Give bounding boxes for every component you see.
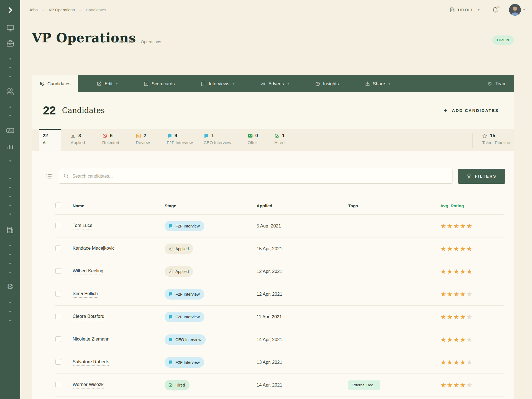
nav-dot[interactable]: [9, 204, 11, 206]
search-input[interactable]: [59, 169, 452, 184]
applied-date: 11 Apr, 2021: [257, 314, 348, 319]
talent-pipeline-filter[interactable]: 15 Talent Pipeline: [482, 129, 510, 151]
candidate-name-link[interactable]: Sima Pollich: [73, 291, 98, 298]
breadcrumb-vp-operations[interactable]: VP Operations: [49, 8, 75, 12]
nav-dot[interactable]: [9, 106, 11, 108]
header-avg-rating[interactable]: Avg. Rating↓: [440, 203, 504, 208]
row-checkbox[interactable]: [55, 268, 61, 274]
stage-count: 15: [490, 133, 495, 139]
nav-dot[interactable]: [9, 320, 11, 321]
nav-dot[interactable]: [9, 302, 11, 303]
tab-candidates[interactable]: Candidates: [32, 75, 78, 92]
tab-scorecards[interactable]: Scorecards: [136, 75, 182, 92]
stage-filter-review[interactable]: 2 Review: [136, 129, 150, 151]
nav-dot[interactable]: [9, 254, 11, 255]
candidates-icon[interactable]: [0, 87, 20, 96]
nav-dot[interactable]: [9, 272, 11, 273]
table-row: Kandace Macejkovic Applied 15 Apr, 2021 …: [55, 237, 504, 260]
stage-label: Applied: [71, 140, 85, 145]
candidate-name-link[interactable]: Tom Luce: [73, 223, 93, 229]
stage-filter-offer[interactable]: 0 Offer: [248, 129, 258, 151]
chat-icon: [168, 292, 173, 296]
company-icon: [449, 7, 455, 13]
header-applied[interactable]: Applied: [257, 203, 348, 208]
row-checkbox[interactable]: [55, 245, 61, 251]
table-row: Werner Wisozk Hired 14 Apr, 2021 Externa…: [55, 374, 504, 397]
nav-dot[interactable]: [9, 187, 11, 188]
company-icon[interactable]: [0, 226, 20, 234]
user-avatar[interactable]: [509, 4, 521, 16]
stage-filter-f2f-interview[interactable]: 9 F2F Interview: [167, 129, 193, 151]
nav-dot[interactable]: [9, 115, 11, 116]
breadcrumb-jobs[interactable]: Jobs: [29, 8, 38, 12]
nav-dot[interactable]: [9, 76, 11, 77]
candidate-name-link[interactable]: Nicolette Ziemann: [73, 336, 109, 343]
tab-adverts[interactable]: Ad Adverts ▾: [253, 75, 296, 92]
nav-dot[interactable]: [9, 263, 11, 264]
table-row: Nicolette Ziemann CEO Interview 14 Apr, …: [55, 328, 504, 351]
nav-dot[interactable]: [9, 67, 11, 68]
stage-filter-hired[interactable]: 1 Hired: [274, 129, 285, 151]
page-head: VP Operations London, UK • Operations OP…: [20, 20, 532, 75]
row-checkbox[interactable]: [55, 223, 61, 228]
gear-icon: ⚙: [487, 81, 493, 86]
table-row: Wilbert Keeling Applied 12 Apr, 2021 ★★★…: [55, 260, 504, 283]
export-icon: [365, 81, 370, 86]
nav-dot[interactable]: [9, 178, 11, 179]
tab-edit[interactable]: Edit ▾: [89, 75, 125, 92]
header-stage[interactable]: Stage: [165, 203, 257, 208]
candidate-name-link[interactable]: Werner Wisozk: [73, 382, 104, 388]
header-name[interactable]: Name: [73, 203, 165, 208]
tab-team[interactable]: ⚙ Team: [480, 75, 514, 92]
dashboard-icon[interactable]: [0, 24, 20, 32]
app: Ad ⚙ Jobs → VP Operations → Candidates: [0, 0, 532, 399]
settings-gear-icon[interactable]: ⚙: [0, 283, 20, 291]
sidebar-expand-button[interactable]: [0, 6, 20, 14]
candidate-tag[interactable]: External Rec…: [348, 380, 380, 390]
tab-share[interactable]: Share ▾: [357, 75, 398, 92]
nav-dot[interactable]: [9, 311, 11, 312]
applied-icon: [168, 246, 173, 251]
candidate-name-link[interactable]: Wilbert Keeling: [73, 268, 103, 275]
candidate-name-link[interactable]: Kandace Macejkovic: [73, 245, 114, 252]
stage-pill: Applied: [165, 244, 193, 254]
select-all-checkbox[interactable]: [55, 203, 61, 208]
status-badge: OPEN: [492, 35, 514, 45]
chevron-down-icon: ▾: [478, 8, 480, 11]
row-checkbox[interactable]: [55, 336, 61, 342]
stage-filter-ceo-interview[interactable]: 1 CEO Interview: [204, 129, 231, 151]
tab-insights[interactable]: Insights: [308, 75, 346, 92]
jobs-icon[interactable]: [0, 39, 20, 48]
tab-interviews[interactable]: Interviews ▾: [193, 75, 242, 92]
stage-filter-applied[interactable]: 3 Applied: [71, 129, 85, 151]
nav-dot[interactable]: [9, 160, 11, 162]
applied-date: 12 Apr, 2021: [257, 269, 348, 274]
nav-dot[interactable]: [9, 196, 11, 197]
row-checkbox[interactable]: [55, 291, 61, 296]
company-switcher[interactable]: HOOLI ▾: [449, 7, 480, 13]
adverts-icon[interactable]: Ad: [0, 126, 20, 135]
add-candidates-button[interactable]: + ADD CANDIDATES: [444, 107, 499, 114]
filters-button[interactable]: FILTERS: [458, 169, 505, 184]
candidate-name-link[interactable]: Cleora Botsford: [73, 314, 104, 320]
row-checkbox[interactable]: [55, 314, 61, 319]
notifications-bell-icon[interactable]: [492, 7, 498, 13]
candidate-name-link[interactable]: Salvatore Roberts: [73, 359, 109, 366]
list-view-icon[interactable]: [46, 173, 52, 180]
tab-label: Interviews: [209, 81, 229, 86]
row-checkbox[interactable]: [55, 382, 61, 387]
tab-label: Scorecards: [152, 81, 175, 86]
stage-filter-all[interactable]: 22 All: [39, 129, 61, 151]
nav-dot[interactable]: [9, 58, 11, 60]
row-checkbox[interactable]: [55, 359, 61, 365]
stage-filter-rejected[interactable]: 6 Rejected: [102, 129, 119, 151]
user-menu-caret-icon[interactable]: ▾: [523, 8, 525, 11]
ad-icon: Ad: [260, 81, 266, 86]
nav-dot[interactable]: [9, 245, 11, 246]
tab-label: Adverts: [268, 81, 284, 86]
nav-dot[interactable]: [9, 213, 11, 215]
header-tags[interactable]: Tags: [348, 203, 440, 208]
chat-icon: [204, 133, 209, 139]
stage-count: 0: [255, 133, 258, 139]
reports-icon[interactable]: [0, 143, 20, 150]
